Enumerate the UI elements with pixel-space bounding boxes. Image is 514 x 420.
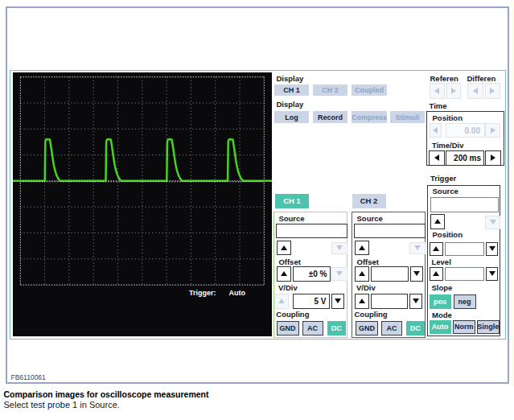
svg-text:Trigger:: Trigger:	[189, 289, 216, 297]
svg-text:Auto: Auto	[229, 289, 246, 297]
